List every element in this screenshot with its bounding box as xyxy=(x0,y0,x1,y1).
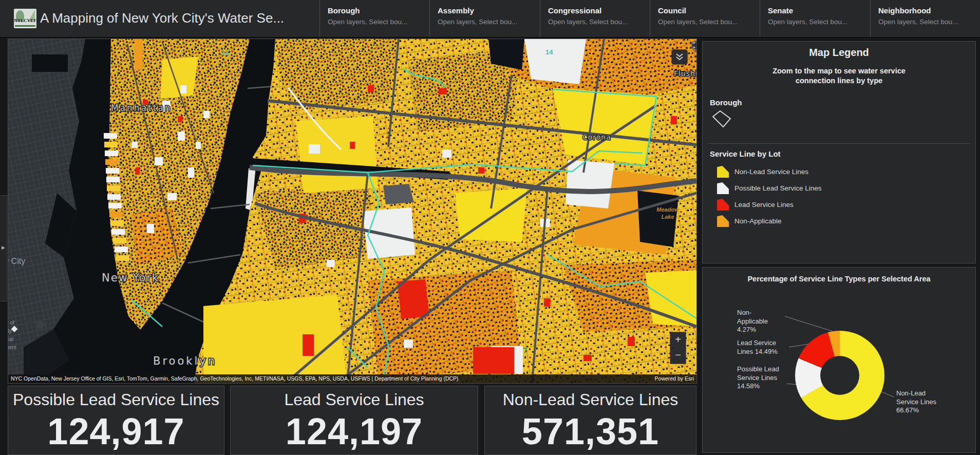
svg-text:National: National xyxy=(8,336,13,342)
lead-swatch xyxy=(717,199,729,211)
stat-label: Possible Lead Service Lines xyxy=(8,390,224,409)
tab-subtitle: Open layers, Select bou... xyxy=(658,18,760,26)
expand-arrows-icon xyxy=(692,41,698,49)
collapse-legend-button[interactable] xyxy=(672,50,687,64)
legend-zoom-note-line2: connection lines by type xyxy=(703,76,975,86)
tab-subtitle: Open layers, Select bou... xyxy=(328,18,429,26)
legend-divider xyxy=(708,143,970,144)
possible-lead-swatch xyxy=(717,182,729,194)
tab-label: Congressional xyxy=(548,6,650,15)
callout-non-lead: Non-LeadService Lines66.67% xyxy=(896,389,936,415)
route-12-marker: 12 xyxy=(221,49,229,57)
label-meadow-lake-2: Lake xyxy=(661,214,674,220)
logo-bar xyxy=(15,25,35,27)
attribution-text: NYC OpenData, New Jersey Office of GIS, … xyxy=(11,375,459,382)
tab-label: Council xyxy=(658,6,760,15)
stat-label: Lead Service Lines xyxy=(231,390,478,409)
label-meadow-lake-1: Meadow xyxy=(656,206,680,213)
callout-possible-lead: Possible LeadService Lines14.58% xyxy=(737,365,779,391)
legend-borough-label: Borough xyxy=(710,98,742,107)
service-line-percentage-panel: Percentage of Service Line Types per Sel… xyxy=(702,267,976,453)
left-panel-handle[interactable]: ▶ xyxy=(0,195,7,301)
logo-text: NYLCVEF xyxy=(14,18,36,23)
nyc-parcel-map[interactable]: Manhattan New York Brooklyn Corona Flush… xyxy=(8,39,696,383)
label-jersey-city: Jersey City xyxy=(8,257,25,266)
tab-subtitle: Open layers, Select bou... xyxy=(548,18,650,26)
donut-hole xyxy=(820,356,859,395)
zoom-out-button[interactable]: − xyxy=(670,348,686,364)
tab-label: Assembly xyxy=(438,6,539,15)
right-arrow-icon: ▶ xyxy=(2,245,5,250)
svg-text:Statue of: Statue of xyxy=(8,320,14,326)
tab-subtitle: Open layers, Select bou... xyxy=(878,18,980,26)
tab-borough[interactable]: Borough Open layers, Select bou... xyxy=(319,0,429,37)
stat-card-lead: Lead Service Lines 124,197 xyxy=(230,386,478,455)
borough-polygon-icon xyxy=(711,109,732,129)
legend-zoom-note: Zoom to the map to see water service con… xyxy=(703,66,975,86)
stat-value: 124,197 xyxy=(231,410,478,452)
tab-label: Neighborhood xyxy=(878,6,980,15)
nylcvef-logo: NYLCVEF xyxy=(14,9,36,28)
legend-item-label: Non-Lead Service Lines xyxy=(734,168,808,176)
dashboard: { "header": { "title": "A Mapping of New… xyxy=(0,0,980,455)
powered-by-esri: Powered by Esri xyxy=(655,374,694,383)
map-legend-panel: Map Legend Zoom to the map to see water … xyxy=(702,41,976,263)
map-view[interactable]: Manhattan New York Brooklyn Corona Flush… xyxy=(8,39,697,384)
zoom-in-button[interactable]: + xyxy=(670,332,686,348)
legend-item-label: Lead Service Lines xyxy=(734,201,794,208)
tab-assembly[interactable]: Assembly Open layers, Select bou... xyxy=(429,0,539,37)
stat-card-possible-lead: Possible Lead Service Lines 124,917 xyxy=(8,386,224,455)
legend-section-title: Service Line by Lot xyxy=(710,149,781,158)
header-bar: NYLCVEF A Mapping of New York City's Wat… xyxy=(0,0,980,38)
label-manhattan: Manhattan xyxy=(111,103,172,113)
tab-council[interactable]: Council Open layers, Select bou... xyxy=(650,0,760,37)
tab-subtitle: Open layers, Select bou... xyxy=(438,18,539,26)
label-brooklyn: Brooklyn xyxy=(153,355,217,367)
non-applicable-swatch xyxy=(717,215,729,227)
double-chevron-down-icon xyxy=(672,50,687,64)
label-flushing: Flushing xyxy=(674,69,696,78)
legend-title: Map Legend xyxy=(703,47,975,59)
svg-text:Monument: Monument xyxy=(8,345,16,350)
page-title: A Mapping of New York City's Water Se... xyxy=(40,0,284,37)
label-corona: Corona xyxy=(582,133,611,141)
callout-lead: Lead ServiceLines 14.49% xyxy=(737,339,778,356)
label-new-york: New York xyxy=(102,272,159,284)
legend-zoom-note-line1: Zoom to the map to see water service xyxy=(703,66,975,76)
stat-card-non-lead: Non-Lead Service Lines 571,351 xyxy=(484,386,696,455)
route-14-marker: 14 xyxy=(545,48,553,56)
stat-value: 124,917 xyxy=(8,410,224,452)
non-lead-swatch xyxy=(717,166,729,178)
tab-senate[interactable]: Senate Open layers, Select bou... xyxy=(760,0,870,37)
expand-map-button[interactable] xyxy=(691,41,697,50)
tab-congressional[interactable]: Congressional Open layers, Select bou... xyxy=(540,0,650,37)
legend-item-label: Non-Applicable xyxy=(734,217,782,225)
legend-item-label: Possible Lead Service Lines xyxy=(734,184,822,192)
tab-subtitle: Open layers, Select bou... xyxy=(768,18,870,26)
stat-value: 571,351 xyxy=(485,410,696,452)
callout-non-applicable: Non-Applicable4.27% xyxy=(737,309,768,334)
tab-label: Borough xyxy=(328,6,429,15)
tab-neighborhood[interactable]: Neighborhood Open layers, Select bou... xyxy=(870,0,980,37)
route-7-marker: 7 xyxy=(523,346,527,355)
map-attribution: Powered by Esri NYC OpenData, New Jersey… xyxy=(8,374,696,383)
tab-label: Senate xyxy=(768,6,870,15)
stat-label: Non-Lead Service Lines xyxy=(485,390,696,409)
